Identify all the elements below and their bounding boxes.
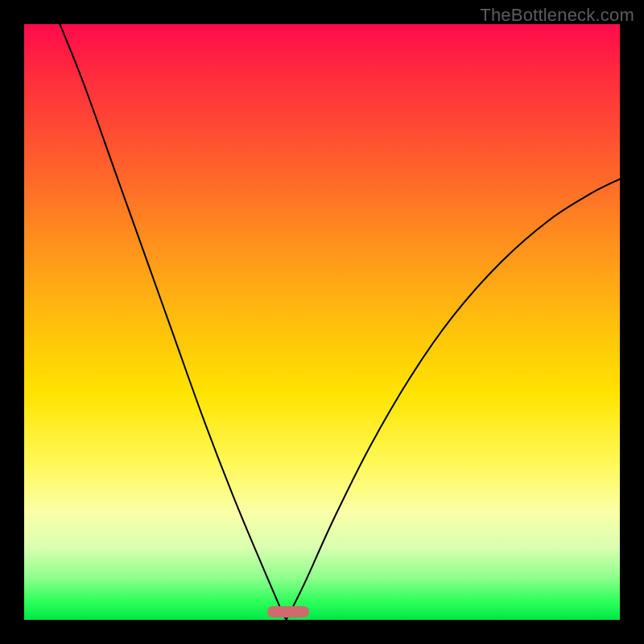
right-curve-path	[287, 179, 620, 620]
left-curve-path	[60, 24, 286, 620]
curves-svg	[24, 24, 620, 620]
outer-frame: TheBottleneck.com	[0, 0, 644, 644]
watermark-text: TheBottleneck.com	[480, 5, 634, 26]
notch-marker	[267, 606, 309, 617]
plot-area	[24, 24, 620, 620]
